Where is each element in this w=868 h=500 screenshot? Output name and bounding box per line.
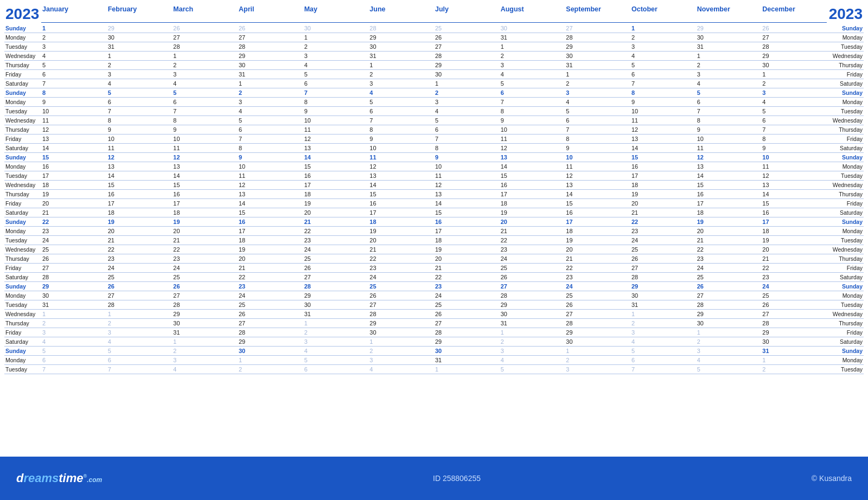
cell-r4-c3: 30 [238, 61, 303, 70]
cell-r13-c6: 8 [434, 144, 500, 153]
dayname-right-6: Saturday [827, 79, 864, 88]
cell-r17-c8: 13 [565, 181, 630, 190]
year-right: 2023 [827, 5, 864, 23]
cell-r4-c6: 29 [434, 61, 500, 70]
cell-r18-c3: 13 [238, 190, 303, 199]
cell-r9-c2: 7 [172, 107, 238, 116]
cell-r23-c3: 18 [238, 236, 303, 245]
dayname-right-34: Saturday [827, 337, 864, 347]
cell-r24-c4: 24 [303, 245, 369, 254]
cell-r27-c2: 25 [172, 273, 238, 282]
cell-r21-c10: 19 [696, 217, 762, 227]
dayname-right-36: Monday [827, 356, 864, 365]
cell-r16-c7: 15 [500, 171, 565, 181]
cell-r1-c10: 30 [696, 33, 762, 42]
cell-r26-c6: 21 [434, 264, 500, 273]
year-left: 2023 [4, 5, 41, 23]
cell-r18-c10: 16 [696, 190, 762, 199]
cell-r19-c5: 16 [368, 199, 434, 208]
dayname-right-11: Thursday [827, 125, 864, 134]
cell-r3-c8: 30 [565, 52, 630, 61]
cell-r2-c2: 28 [172, 42, 238, 52]
cell-r24-c2: 22 [172, 245, 238, 254]
dayname-left-24: Wednesday [4, 245, 41, 254]
cell-r16-c10: 14 [696, 171, 762, 181]
cell-r33-c0: 3 [41, 328, 107, 337]
cell-r33-c5: 30 [368, 328, 434, 337]
cell-r18-c2: 16 [172, 190, 238, 199]
cell-r17-c4: 17 [303, 181, 369, 190]
cell-r29-c5: 26 [368, 291, 434, 300]
cell-r30-c11: 26 [761, 300, 827, 310]
cell-r25-c2: 23 [172, 254, 238, 264]
cell-r34-c10: 2 [696, 337, 762, 347]
cell-r26-c0: 27 [41, 264, 107, 273]
dayname-left-3: Wednesday [4, 52, 41, 61]
dayname-right-5: Friday [827, 70, 864, 79]
cell-r36-c4: 5 [303, 356, 369, 365]
cell-r37-c4: 6 [303, 365, 369, 374]
cell-r31-c0: 1 [41, 310, 107, 319]
cell-r37-c7: 5 [500, 365, 565, 374]
cell-r36-c3: 1 [238, 356, 303, 365]
cell-r13-c1: 11 [107, 144, 173, 153]
cell-r35-c0: 5 [41, 347, 107, 356]
cell-r33-c2: 31 [172, 328, 238, 337]
cell-r0-c0: 1 [41, 24, 107, 33]
dayname-left-33: Friday [4, 328, 41, 337]
dreamstime-logo: dreamstime®.com [16, 471, 102, 485]
cell-r21-c9: 22 [630, 217, 696, 227]
cell-r22-c11: 18 [761, 227, 827, 236]
cell-r20-c11: 16 [761, 208, 827, 217]
cell-r37-c5: 4 [368, 365, 434, 374]
cell-r25-c7: 24 [500, 254, 565, 264]
cell-r35-c4: 4 [303, 347, 369, 356]
cell-r17-c5: 14 [368, 181, 434, 190]
cell-r14-c4: 14 [303, 153, 369, 162]
cell-r27-c4: 27 [303, 273, 369, 282]
cell-r4-c9: 5 [630, 61, 696, 70]
cell-r5-c0: 6 [41, 70, 107, 79]
cell-r2-c10: 31 [696, 42, 762, 52]
cell-r28-c0: 29 [41, 282, 107, 291]
cell-r8-c9: 9 [630, 98, 696, 107]
cell-r23-c9: 24 [630, 236, 696, 245]
cell-r37-c11: 2 [761, 365, 827, 374]
cell-r36-c7: 4 [500, 356, 565, 365]
dayname-left-36: Monday [4, 356, 41, 365]
cell-r30-c9: 31 [630, 300, 696, 310]
cell-r0-c3: 26 [238, 24, 303, 33]
dayname-right-31: Wednesday [827, 310, 864, 319]
month-header-apr: April [238, 5, 303, 23]
cell-r26-c1: 24 [107, 264, 173, 273]
cell-r22-c10: 20 [696, 227, 762, 236]
cell-r36-c0: 6 [41, 356, 107, 365]
cell-r3-c0: 4 [41, 52, 107, 61]
cell-r16-c3: 11 [238, 171, 303, 181]
cell-r6-c9: 7 [630, 79, 696, 88]
cell-r0-c1: 29 [107, 24, 173, 33]
cell-r2-c6: 27 [434, 42, 500, 52]
dayname-right-13: Saturday [827, 144, 864, 153]
cell-r33-c4: 2 [303, 328, 369, 337]
cell-r31-c6: 26 [434, 310, 500, 319]
cell-r37-c8: 3 [565, 365, 630, 374]
cell-r1-c4: 1 [303, 33, 369, 42]
dayname-left-31: Wednesday [4, 310, 41, 319]
dayname-left-1: Monday [4, 33, 41, 42]
cell-r33-c11: 29 [761, 328, 827, 337]
cell-r2-c8: 29 [565, 42, 630, 52]
dayname-right-19: Friday [827, 199, 864, 208]
cell-r4-c2: 2 [172, 61, 238, 70]
cell-r6-c4: 6 [303, 79, 369, 88]
cell-r29-c4: 29 [303, 291, 369, 300]
cell-r11-c1: 9 [107, 125, 173, 134]
cell-r9-c9: 10 [630, 107, 696, 116]
cell-r0-c9: 1 [630, 24, 696, 33]
cell-r14-c10: 12 [696, 153, 762, 162]
cell-r14-c5: 11 [368, 153, 434, 162]
cell-r10-c5: 7 [368, 116, 434, 125]
cell-r29-c0: 30 [41, 291, 107, 300]
cell-r18-c0: 19 [41, 190, 107, 199]
cell-r9-c8: 5 [565, 107, 630, 116]
